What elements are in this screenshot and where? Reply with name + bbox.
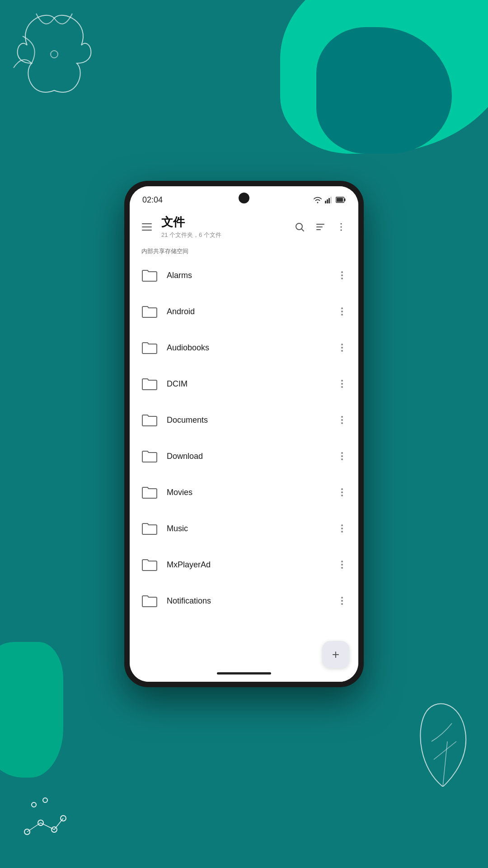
folder-icon <box>141 269 158 282</box>
item-more-button[interactable] <box>334 557 350 573</box>
search-button[interactable] <box>291 218 309 236</box>
item-more-button[interactable] <box>334 484 350 500</box>
svg-point-16 <box>341 226 342 227</box>
folder-icon <box>141 341 158 354</box>
app-content: 文件 21 个文件夹，6 个文件 <box>130 210 358 682</box>
three-dots-icon <box>341 561 343 569</box>
list-item[interactable]: DCIM <box>130 366 358 402</box>
battery-icon <box>336 197 346 203</box>
list-item[interactable]: MxPlayerAd <box>130 547 358 583</box>
phone-frame: 02:04 <box>124 181 364 687</box>
item-more-button[interactable] <box>334 267 350 283</box>
list-item[interactable]: Download <box>130 438 358 474</box>
file-name: Android <box>160 307 334 316</box>
sort-button[interactable] <box>311 218 329 236</box>
folder-icon <box>141 305 158 318</box>
folder-icon-wrap <box>140 265 160 285</box>
three-dots-icon <box>341 416 343 424</box>
svg-point-15 <box>341 223 342 224</box>
three-dots-icon <box>341 344 343 352</box>
file-name: Music <box>160 524 334 533</box>
folder-icon <box>141 377 158 391</box>
camera-notch <box>239 193 249 203</box>
file-list: Alarms Android <box>130 257 358 668</box>
fab-plus-icon: + <box>332 648 339 661</box>
more-vertical-icon <box>336 222 347 232</box>
svg-rect-9 <box>328 198 330 203</box>
svg-rect-10 <box>330 197 332 203</box>
three-dots-icon <box>341 488 343 496</box>
folder-icon-wrap <box>140 482 160 502</box>
folder-icon-wrap <box>140 519 160 538</box>
list-item[interactable]: Notifications <box>130 583 358 619</box>
svg-rect-8 <box>327 199 328 203</box>
three-dots-icon <box>341 452 343 460</box>
status-icons <box>313 196 346 203</box>
three-dots-icon <box>341 524 343 533</box>
item-more-button[interactable] <box>334 448 350 464</box>
svg-point-17 <box>341 229 342 231</box>
bottom-bar <box>130 668 358 682</box>
wifi-icon <box>313 196 322 203</box>
title-area: 文件 21 个文件夹，6 个文件 <box>156 214 291 239</box>
item-more-button[interactable] <box>334 376 350 392</box>
flower-decoration-br <box>407 696 479 787</box>
flower-decoration-tl <box>9 9 99 99</box>
file-name: Notifications <box>160 596 334 606</box>
folder-icon-wrap <box>140 374 160 394</box>
three-dots-icon <box>341 271 343 279</box>
list-item[interactable]: Documents <box>130 402 358 438</box>
hamburger-icon <box>142 223 152 231</box>
folder-icon-wrap <box>140 591 160 611</box>
svg-point-0 <box>51 51 58 58</box>
svg-point-5 <box>32 802 36 807</box>
three-dots-icon <box>341 380 343 388</box>
coral-decoration-bl <box>18 796 72 841</box>
list-item[interactable]: Alarms <box>130 257 358 293</box>
item-more-button[interactable] <box>334 303 350 320</box>
item-more-button[interactable] <box>334 412 350 428</box>
folder-icon <box>141 486 158 499</box>
page-title: 文件 <box>161 214 291 230</box>
folder-icon-wrap <box>140 338 160 358</box>
folder-icon-wrap <box>140 302 160 321</box>
signal-icon <box>325 196 333 203</box>
folder-icon <box>141 413 158 427</box>
list-item[interactable]: Android <box>130 293 358 330</box>
svg-point-6 <box>43 798 47 802</box>
phone-screen: 02:04 <box>130 186 358 682</box>
menu-button[interactable] <box>138 218 156 236</box>
search-icon <box>294 222 305 232</box>
svg-rect-7 <box>325 201 326 203</box>
folder-icon-wrap <box>140 555 160 575</box>
svg-rect-12 <box>344 198 346 201</box>
list-item[interactable]: Audiobooks <box>130 330 358 366</box>
page-subtitle: 21 个文件夹，6 个文件 <box>161 231 291 239</box>
folder-icon-wrap <box>140 446 160 466</box>
file-name: Documents <box>160 415 334 425</box>
file-name: Download <box>160 452 334 461</box>
status-time: 02:04 <box>142 195 163 205</box>
file-name: MxPlayerAd <box>160 560 334 570</box>
sort-icon <box>315 222 326 232</box>
folder-icon <box>141 594 158 608</box>
item-more-button[interactable] <box>334 593 350 609</box>
three-dots-icon <box>341 307 343 316</box>
list-item[interactable]: Music <box>130 510 358 547</box>
folder-icon <box>141 449 158 463</box>
file-name: Audiobooks <box>160 343 334 353</box>
list-item[interactable]: Movies <box>130 474 358 510</box>
fab-add-button[interactable]: + <box>322 641 349 668</box>
file-name: DCIM <box>160 379 334 389</box>
more-options-button[interactable] <box>332 218 350 236</box>
file-name: Movies <box>160 488 334 497</box>
section-label: 内部共享存储空间 <box>130 244 358 257</box>
folder-icon <box>141 558 158 571</box>
svg-rect-13 <box>337 198 343 202</box>
item-more-button[interactable] <box>334 520 350 537</box>
folder-icon <box>141 522 158 535</box>
toolbar-actions <box>291 218 350 236</box>
item-more-button[interactable] <box>334 340 350 356</box>
three-dots-icon <box>341 597 343 605</box>
nav-indicator <box>217 672 271 675</box>
